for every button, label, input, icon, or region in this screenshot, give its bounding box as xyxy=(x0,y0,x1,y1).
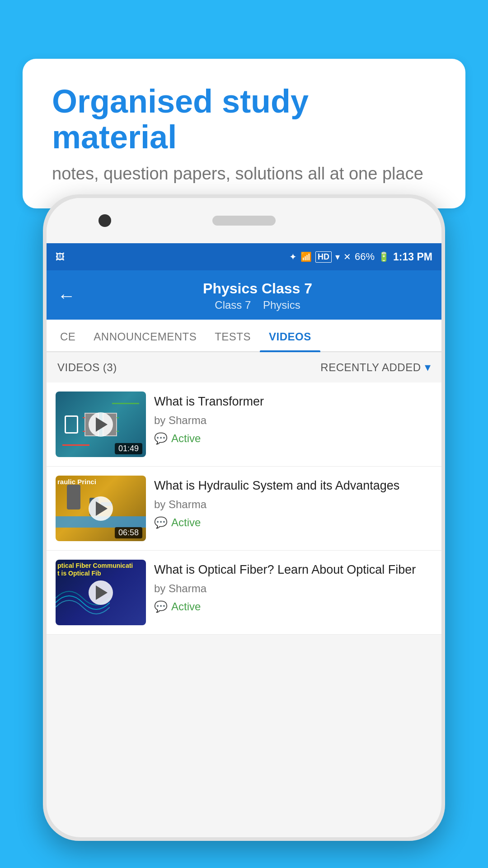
videos-count: VIDEOS (3) xyxy=(57,361,117,374)
header-title: Physics Class 7 xyxy=(84,280,431,297)
play-button[interactable] xyxy=(89,412,113,437)
video-duration: 01:49 xyxy=(115,443,142,454)
header-title-block: Physics Class 7 Class 7 Physics xyxy=(84,280,431,311)
video-info: What is Optical Fiber? Learn About Optic… xyxy=(154,560,432,613)
video-thumbnail: raulic Princi 06:58 xyxy=(56,476,146,541)
image-icon: 🖼 xyxy=(56,252,65,262)
video-info: What is Transformer by Sharma 💬 Active xyxy=(154,392,432,445)
status-bar: 🖼 ✦ 📶 HD ▾ ✕ 66% 🔋 1:13 PM xyxy=(47,243,441,270)
video-author: by Sharma xyxy=(154,582,432,595)
tab-videos[interactable]: VIDEOS xyxy=(260,320,320,351)
sort-dropdown[interactable]: RECENTLY ADDED ▾ xyxy=(320,360,431,374)
bubble-title: Organised study material xyxy=(52,84,436,155)
signal-icon: 📶 xyxy=(300,251,312,262)
sort-label: RECENTLY ADDED xyxy=(320,361,421,374)
phone-screen: 🖼 ✦ 📶 HD ▾ ✕ 66% 🔋 1:13 PM ← Physics Cla… xyxy=(47,198,441,837)
status-time: 1:13 PM xyxy=(393,251,432,263)
status-active: Active xyxy=(171,600,201,613)
video-status: 💬 Active xyxy=(154,516,432,529)
video-status: 💬 Active xyxy=(154,600,432,613)
tab-ce[interactable]: CE xyxy=(51,320,84,351)
hyd-cylinder xyxy=(67,485,80,509)
video-author: by Sharma xyxy=(154,414,432,427)
tabs-bar: CE ANNOUNCEMENTS TESTS VIDEOS xyxy=(47,320,441,352)
chevron-down-icon: ▾ xyxy=(425,360,431,374)
play-button[interactable] xyxy=(89,580,113,605)
speech-bubble: Organised study material notes, question… xyxy=(23,59,465,208)
video-thumbnail: ptical Fiber Communicatit is Optical Fib xyxy=(56,560,146,625)
chat-icon: 💬 xyxy=(154,600,168,613)
speaker-grille xyxy=(212,216,276,226)
video-thumbnail: 01:49 xyxy=(56,392,146,457)
chat-icon: 💬 xyxy=(154,432,168,445)
video-author: by Sharma xyxy=(154,498,432,511)
video-info: What is Hydraulic System and its Advanta… xyxy=(154,476,432,529)
thumb-label: raulic Princi xyxy=(57,478,96,486)
camera-lens xyxy=(99,214,111,227)
header-breadcrumb: Class 7 Physics xyxy=(84,299,431,311)
play-triangle xyxy=(96,417,108,432)
back-button[interactable]: ← xyxy=(57,286,75,306)
arrow-green xyxy=(112,403,139,404)
video-item[interactable]: raulic Princi 06:58 What is Hy xyxy=(47,467,441,551)
tab-tests[interactable]: TESTS xyxy=(206,320,260,351)
play-button[interactable] xyxy=(89,496,113,521)
video-status: 💬 Active xyxy=(154,432,432,445)
tab-announcements[interactable]: ANNOUNCEMENTS xyxy=(84,320,206,351)
screen-content: 🖼 ✦ 📶 HD ▾ ✕ 66% 🔋 1:13 PM ← Physics Cla… xyxy=(47,243,441,837)
status-active: Active xyxy=(171,516,201,529)
bubble-subtitle: notes, question papers, solutions all at… xyxy=(52,164,436,184)
battery-icon: 🔋 xyxy=(378,251,389,262)
chat-icon: 💬 xyxy=(154,516,168,529)
arrow-red xyxy=(62,444,89,446)
thumb-bg: ptical Fiber Communicatit is Optical Fib xyxy=(56,560,146,625)
video-title: What is Transformer xyxy=(154,393,432,410)
status-right-info: ✦ 📶 HD ▾ ✕ 66% 🔋 1:13 PM xyxy=(289,251,432,263)
play-triangle xyxy=(96,585,108,600)
optical-label: ptical Fiber Communicatit is Optical Fib xyxy=(57,562,133,577)
phone-top-bar xyxy=(47,198,441,243)
video-duration: 06:58 xyxy=(115,527,142,538)
video-title: What is Hydraulic System and its Advanta… xyxy=(154,477,432,494)
bluetooth-icon: ✦ xyxy=(289,251,297,262)
phone-device: 🖼 ✦ 📶 HD ▾ ✕ 66% 🔋 1:13 PM ← Physics Cla… xyxy=(43,194,445,841)
coil-decoration xyxy=(65,415,78,434)
hd-badge: HD xyxy=(315,251,332,263)
video-title: What is Optical Fiber? Learn About Optic… xyxy=(154,561,432,578)
video-item[interactable]: 01:49 What is Transformer by Sharma 💬 Ac… xyxy=(47,382,441,467)
filter-bar: VIDEOS (3) RECENTLY ADDED ▾ xyxy=(47,352,441,382)
play-triangle xyxy=(96,501,108,516)
app-header: ← Physics Class 7 Class 7 Physics xyxy=(47,270,441,320)
wifi-icon: ▾ xyxy=(335,251,340,262)
battery-percent: 66% xyxy=(355,251,375,263)
video-list: 01:49 What is Transformer by Sharma 💬 Ac… xyxy=(47,382,441,635)
network-icon: ✕ xyxy=(343,251,351,262)
status-left-icons: 🖼 xyxy=(56,252,65,262)
video-item[interactable]: ptical Fiber Communicatit is Optical Fib xyxy=(47,551,441,635)
status-active: Active xyxy=(171,432,201,445)
